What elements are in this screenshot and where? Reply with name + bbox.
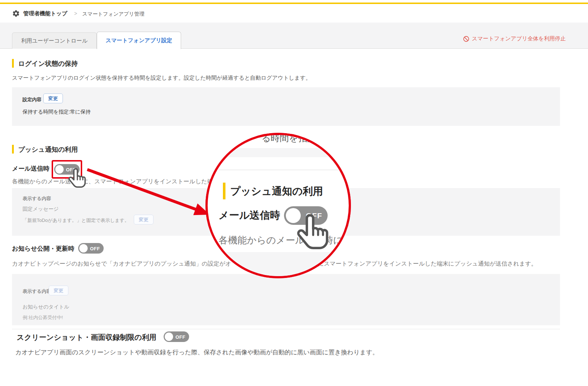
- gear-icon: [12, 9, 20, 17]
- toggle-state-label: OFF: [306, 211, 322, 220]
- news-push-label: お知らせ公開・更新時: [12, 244, 74, 253]
- login-section-heading: ログイン状態の保持: [18, 59, 78, 68]
- news-push-toggle[interactable]: OFF: [78, 243, 104, 254]
- breadcrumb-separator: >: [74, 11, 77, 16]
- news-panel-value: お知らせのタイトル: [23, 304, 69, 310]
- tab-smartphone-app-settings[interactable]: スマートフォンアプリ設定: [97, 32, 181, 49]
- screenshot-description: カオナビアプリ画面のスクリーンショットや動画収録を行った際、保存された画像や動画…: [15, 348, 379, 357]
- section-divider: [12, 329, 560, 329]
- prohibition-icon: [463, 36, 469, 42]
- magnified-mail-label: メール送信時: [219, 208, 280, 222]
- screenshot-toggle[interactable]: OFF: [164, 331, 189, 342]
- stop-all-smartphone-app-link[interactable]: スマートフォンアプリ全体を利用停止: [463, 35, 566, 42]
- tab-user-control[interactable]: 利用ユーザーコントロール: [12, 32, 97, 49]
- mail-push-label: メール送信時: [12, 164, 49, 173]
- magnified-push-heading: プッシュ通知の利用: [230, 184, 323, 198]
- login-panel-label: 設定内容: [23, 96, 41, 103]
- news-push-description-left: カオナビトップページのお知らせで「カオナビアプリのプッシュ通知」の設定がオ: [12, 260, 231, 268]
- magnifier-circle: る時間を指定 プッシュ通知の利用 メール送信時 OFF 各機能からのメール送信時…: [205, 133, 351, 278]
- login-section-description: スマートフォンアプリのログイン状態を保持する時間を設定します。設定した時間が経過…: [12, 75, 311, 81]
- news-push-description-right: 時にスマートフォンアプリをインストールした端末にプッシュ通知が送信されます。: [312, 260, 537, 268]
- breadcrumb-current: スマートフォンアプリ管理: [82, 11, 144, 17]
- screenshot-label: スクリーンショット・画面収録制限の利用: [17, 333, 156, 342]
- magnified-time-fragment: る時間を指定: [261, 133, 316, 144]
- toggle-knob: [165, 333, 173, 341]
- login-change-button[interactable]: 変更: [43, 93, 63, 103]
- mail-panel-label: 表示する内容: [23, 195, 51, 202]
- mail-panel-note: 「新規ToDoがあります。」と固定で表示します。: [23, 217, 129, 224]
- mail-push-description: 各機能からのメール送信時に、スマートフォンアプリをインストールした端: [12, 178, 213, 186]
- section-accent-bar: [12, 59, 14, 68]
- toggle-knob: [286, 208, 301, 223]
- toggle-state-label: OFF: [90, 246, 100, 251]
- section-accent-bar: [12, 145, 14, 154]
- magnified-divider: [219, 170, 342, 170]
- news-panel-label: 表示する内容: [23, 288, 51, 295]
- magnified-panel-band: [205, 148, 351, 157]
- stop-link-label: スマートフォンアプリ全体を利用停止: [472, 35, 566, 42]
- smartphone-app-settings-page: 管理者機能トップ > スマートフォンアプリ管理 利用ユーザーコントロール スマー…: [0, 0, 588, 386]
- news-push-panel: 表示する内容 変更 お知らせのタイトル 例:社内公募受付中!: [12, 274, 560, 325]
- login-settings-panel: 設定内容 変更 保持する時間を指定:常に保持: [12, 87, 560, 126]
- news-panel-example: 例:社内公募受付中!: [23, 314, 63, 321]
- push-section-heading: プッシュ通知の利用: [18, 145, 78, 154]
- magnified-mail-toggle: OFF: [284, 206, 328, 225]
- magnified-accent-bar: [223, 183, 225, 199]
- annotation-highlight-box: [52, 160, 82, 179]
- breadcrumb-admin-top[interactable]: 管理者機能トップ: [23, 10, 67, 17]
- brand-top-bar: [0, 3, 588, 4]
- mail-change-button[interactable]: 変更: [134, 215, 153, 224]
- news-change-button[interactable]: 変更: [49, 286, 68, 295]
- magnified-description: 各機能からのメール送信時に、スマートフォンアプリ: [219, 234, 351, 247]
- toggle-knob: [79, 244, 88, 252]
- login-keep-value: 保持する時間を指定:常に保持: [23, 109, 91, 115]
- toggle-state-label: OFF: [176, 334, 186, 339]
- mail-panel-value: 固定メッセージ: [23, 206, 59, 212]
